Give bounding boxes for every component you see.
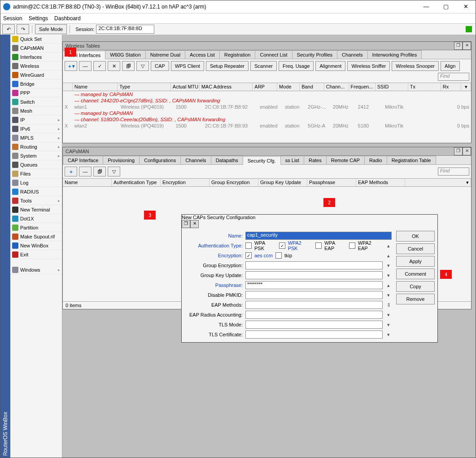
wt-action-button[interactable]: Wireless Snooper (392, 61, 439, 71)
sidebar-item[interactable]: IP▸ (10, 115, 62, 124)
eap-radius-input[interactable] (245, 311, 383, 319)
dlg-restore-icon[interactable]: ❐ (182, 220, 190, 228)
collapse-icon[interactable]: ▴ (385, 243, 392, 249)
cm-col-header[interactable]: Encryption (161, 179, 210, 186)
chk-wpa2-psk[interactable] (279, 242, 285, 249)
cm-tab[interactable]: Configurations (139, 156, 181, 164)
name-input[interactable]: cap1_security (245, 232, 392, 240)
minimize-button[interactable]: — (416, 0, 436, 13)
cm-add-button[interactable]: ＋ (65, 167, 77, 176)
cm-col-header[interactable]: EAP Methods (356, 179, 405, 186)
dlg-comment-button[interactable]: Comment (396, 269, 435, 279)
cm-tab[interactable]: Remote CAP (326, 156, 365, 164)
cm-col-header[interactable]: Passphrase (307, 179, 356, 186)
wt-col-header[interactable] (63, 83, 73, 91)
group-enc-input[interactable] (245, 261, 383, 269)
menu-session[interactable]: Session (3, 15, 22, 22)
undo-button[interactable]: ↶ (2, 24, 15, 34)
sidebar-item[interactable]: RADIUS (10, 187, 62, 196)
sidebar-item[interactable]: Bridge (10, 79, 62, 88)
wt-action-button[interactable]: Wireless Sniffer (347, 61, 390, 71)
dialog-title[interactable]: New CAPs Security Configuration ❐✕ (182, 215, 437, 228)
menu-dashboard[interactable]: Dashboard (54, 15, 81, 22)
expand-icon[interactable]: ▾ (385, 322, 392, 328)
cm-remove-button[interactable]: — (79, 167, 92, 176)
wt-action-button[interactable]: CAP (151, 61, 169, 71)
cm-find-input[interactable]: Find (438, 167, 469, 176)
dlg-cancel-button[interactable]: Cancel (396, 243, 435, 254)
collapse-icon[interactable]: ▴ (385, 253, 392, 259)
maximize-button[interactable]: ▢ (436, 0, 456, 13)
cm-close-icon[interactable]: ✕ (463, 147, 471, 155)
sidebar-item[interactable]: Windows▸ (10, 265, 62, 274)
sidebar-item[interactable]: Mesh (10, 106, 62, 115)
wt-action-button[interactable]: Freq. Usage (279, 61, 314, 71)
wt-tab[interactable]: W60G Station (105, 50, 145, 59)
sidebar-item[interactable]: Wireless (10, 62, 62, 70)
sidebar-item[interactable]: IPv6▸ (10, 124, 62, 133)
cm-tab[interactable]: Channels (180, 156, 211, 164)
wt-col-header[interactable]: ARP (253, 83, 277, 91)
chk-wpa-eap[interactable] (315, 242, 322, 249)
collapse-icon[interactable]: ▴ (385, 282, 392, 288)
sidebar-item[interactable]: New WinBox (10, 241, 62, 250)
wt-action-button[interactable]: Setup Repeater (206, 61, 249, 71)
cm-col-header[interactable]: Name (63, 179, 112, 186)
wt-tab[interactable]: Channels (337, 50, 367, 59)
chk-aes[interactable] (245, 252, 252, 259)
redo-button[interactable]: ↷ (17, 24, 29, 34)
disable-pmkid-input[interactable] (245, 291, 383, 299)
chk-tkip[interactable] (275, 252, 282, 259)
wt-close-icon[interactable]: ✕ (463, 42, 471, 50)
chk-wpa2-eap[interactable] (349, 242, 355, 249)
wt-action-button[interactable]: Align (441, 61, 459, 71)
wt-col-header[interactable]: ▾ (461, 83, 471, 91)
cm-tab[interactable]: Rates (304, 156, 327, 164)
wt-col-header[interactable]: Name (73, 83, 118, 91)
cm-comment-button[interactable]: 🗐 (93, 167, 106, 176)
wt-col-header[interactable]: Frequen... (349, 83, 376, 91)
wt-add-button[interactable]: ＋▾ (65, 61, 77, 71)
sidebar-item[interactable]: Switch (10, 97, 62, 106)
wt-restore-icon[interactable]: ❐ (454, 42, 463, 50)
tls-cert-input[interactable] (245, 330, 383, 339)
dlg-close-icon[interactable]: ✕ (190, 220, 199, 228)
sidebar-item[interactable]: Queues (10, 160, 62, 169)
sidebar-item[interactable]: Partition (10, 223, 62, 232)
cm-tab[interactable]: Registration Table (387, 156, 436, 164)
wt-tab[interactable]: Nstreme Dual (145, 50, 185, 59)
cm-col-header[interactable]: ▾ (405, 179, 471, 186)
wt-remove-button[interactable]: — (79, 61, 92, 71)
wt-tab[interactable]: Interworking Profiles (367, 50, 422, 59)
wt-tab[interactable]: Access List (185, 50, 220, 59)
sidebar-item[interactable]: Exit (10, 250, 62, 259)
dlg-ok-button[interactable]: OK (396, 231, 435, 242)
sidebar-item[interactable]: Quick Set (10, 35, 62, 44)
close-button[interactable]: ✕ (456, 0, 476, 13)
wt-col-header[interactable]: SSID (376, 83, 408, 91)
sidebar-item[interactable]: Interfaces (10, 53, 62, 62)
cm-tab[interactable]: ss List (280, 156, 304, 164)
sidebar-item[interactable]: Make Supout.rif (10, 232, 62, 241)
wt-find-input[interactable]: Find (438, 73, 469, 81)
sidebar-item[interactable]: WireGuard (10, 70, 62, 79)
capsman-title[interactable]: CAPsMAN ❐✕ (63, 147, 471, 156)
passphrase-input[interactable]: ******** (245, 281, 383, 289)
expand-icon[interactable]: ▾ (385, 292, 392, 298)
dlg-apply-button[interactable]: Apply (396, 256, 435, 267)
dlg-copy-button[interactable]: Copy (396, 281, 435, 292)
sidebar-item[interactable]: New Terminal (10, 205, 62, 214)
wt-col-header[interactable]: Band (300, 83, 324, 91)
cm-col-header[interactable]: Group Encryption (210, 179, 258, 186)
expand-icon[interactable]: ▾ (385, 273, 392, 278)
wt-col-header[interactable]: Chann... (324, 83, 349, 91)
wt-col-header[interactable]: Rx (441, 83, 462, 91)
spinner-icon[interactable]: ⇕ (385, 302, 392, 308)
sidebar-item[interactable]: MPLS▸ (10, 133, 62, 142)
wireless-tables-title[interactable]: Wireless Tables ❐✕ (63, 42, 471, 50)
cm-tab[interactable]: Datapaths (211, 156, 243, 164)
cm-tab[interactable]: Radio (364, 156, 387, 164)
expand-icon[interactable]: ▾ (385, 332, 392, 338)
wt-comment-button[interactable]: 🗐 (122, 61, 135, 71)
wt-col-header[interactable]: MAC Address (200, 83, 253, 91)
